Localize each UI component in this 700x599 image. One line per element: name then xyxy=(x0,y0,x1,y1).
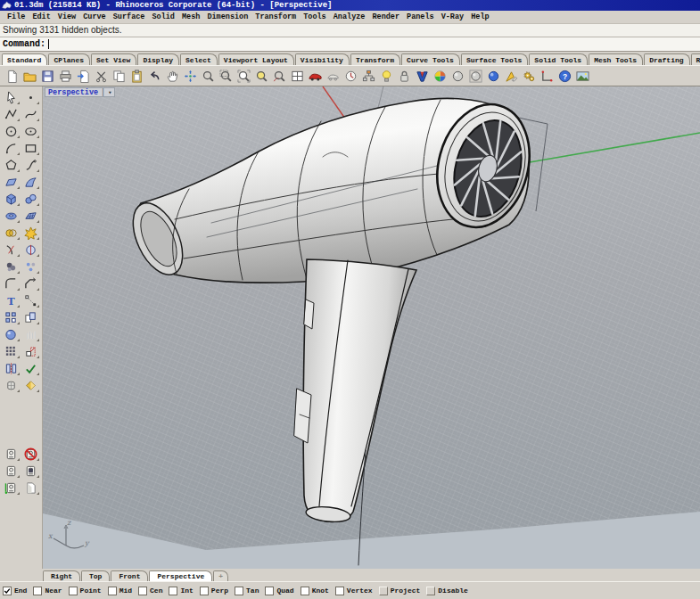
tool-move-icon[interactable] xyxy=(2,326,21,343)
menu-analyze[interactable]: Analyze xyxy=(330,11,369,23)
tool-hide-objects-icon[interactable] xyxy=(2,446,21,463)
display-shaded-icon[interactable] xyxy=(449,67,466,85)
tool-ellipse-icon[interactable] xyxy=(21,123,41,140)
menu-surface[interactable]: Surface xyxy=(110,11,149,23)
osnap-point[interactable]: Point xyxy=(69,587,102,595)
osnap-mid[interactable]: Mid xyxy=(108,587,132,595)
toolbar-tab-select[interactable]: Select xyxy=(180,53,218,65)
tool-circle-icon[interactable] xyxy=(2,123,21,140)
tool-conic-curve-icon[interactable] xyxy=(21,157,41,174)
viewport-tab-top[interactable]: Top xyxy=(81,570,110,581)
viewport-tab-perspective[interactable]: Perspective xyxy=(149,570,212,581)
tool-fillet-icon[interactable] xyxy=(2,275,21,292)
render-preview-icon[interactable] xyxy=(324,67,342,85)
tool-polyline-icon[interactable] xyxy=(2,106,21,123)
osnap-disable[interactable]: Disable xyxy=(426,587,468,595)
tool-grid-array-icon[interactable] xyxy=(2,343,21,360)
lights-icon[interactable] xyxy=(377,67,395,85)
toolbar-tab-cplanes[interactable]: CPlanes xyxy=(48,53,90,65)
tool-split-icon[interactable] xyxy=(21,242,41,258)
display-rendered-icon[interactable] xyxy=(484,67,502,85)
menu-dimension[interactable]: Dimension xyxy=(203,11,251,23)
vray-options-icon[interactable] xyxy=(413,67,431,85)
tool-point-cloud-icon[interactable] xyxy=(21,258,41,275)
cut-icon[interactable] xyxy=(92,67,110,85)
command-line[interactable]: Command: xyxy=(0,37,700,52)
viewport-title-menu[interactable]: Perspective | ▾ xyxy=(45,87,115,97)
checkbox-point[interactable] xyxy=(69,587,78,595)
toolbar-tab-drafting[interactable]: Drafting xyxy=(644,53,689,65)
viewport-tab-front[interactable]: Front xyxy=(111,570,148,581)
undo-icon[interactable] xyxy=(145,67,163,85)
viewport-layout-icon[interactable] xyxy=(288,67,306,85)
rotate-view-icon[interactable] xyxy=(181,67,199,85)
new-viewport-tab[interactable]: + xyxy=(213,570,228,581)
menu-file[interactable]: File xyxy=(4,11,29,23)
osnap-tan[interactable]: Tan xyxy=(235,587,259,595)
tool-orient-icon[interactable] xyxy=(21,377,41,394)
tool-curve-icon[interactable] xyxy=(21,106,41,123)
toolbar-tab-standard[interactable]: Standard xyxy=(2,53,47,65)
checkbox-knot[interactable] xyxy=(301,587,309,595)
save-document-icon[interactable] xyxy=(38,67,56,85)
zoom-dynamic-icon[interactable] xyxy=(199,67,217,85)
menu-solid[interactable]: Solid xyxy=(148,11,178,23)
tool-hide-swap-icon[interactable] xyxy=(21,463,41,480)
tool-chamfer-icon[interactable] xyxy=(21,275,41,292)
osnap-knot[interactable]: Knot xyxy=(301,587,329,595)
toolbar-tab-surface-tools[interactable]: Surface Tools xyxy=(461,53,528,65)
checkbox-mid[interactable] xyxy=(108,587,117,595)
open-document-icon[interactable] xyxy=(21,67,38,85)
osnap-vertex[interactable]: Vertex xyxy=(335,587,373,595)
checkbox-near[interactable] xyxy=(33,587,42,595)
checkbox-quad[interactable] xyxy=(265,587,274,595)
tool-arc-icon[interactable] xyxy=(2,140,21,157)
tool-mirror-icon[interactable] xyxy=(2,360,21,377)
toolbar-tab-mesh-tools[interactable]: Mesh Tools xyxy=(589,53,643,65)
toolbar-tab-display[interactable]: Display xyxy=(137,53,179,65)
checkbox-cen[interactable] xyxy=(138,587,147,595)
osnap-int[interactable]: Int xyxy=(169,587,193,595)
checkbox-perp[interactable] xyxy=(200,587,209,595)
options-icon[interactable] xyxy=(520,67,538,85)
tool-select-icon[interactable] xyxy=(2,89,21,106)
toolbar-tab-viewport-layout[interactable]: Viewport Layout xyxy=(218,53,294,65)
new-document-icon[interactable] xyxy=(3,67,21,85)
lock-objects-icon[interactable] xyxy=(395,67,413,85)
zoom-selected-icon[interactable] xyxy=(235,67,252,85)
tool-text-icon[interactable]: T xyxy=(2,292,21,309)
viewport-canvas[interactable]: Perspective | ▾ xyxy=(43,86,700,569)
tool-torus-icon[interactable] xyxy=(2,208,21,225)
menu-help[interactable]: Help xyxy=(467,11,492,23)
tool-copy-icon[interactable] xyxy=(21,309,41,326)
tool-cage-edit-icon[interactable] xyxy=(2,377,21,394)
menu-edit[interactable]: Edit xyxy=(29,11,54,23)
osnap-cen[interactable]: Cen xyxy=(138,587,162,595)
tool-box-icon[interactable] xyxy=(2,191,21,208)
material-editor-icon[interactable] xyxy=(502,67,520,85)
tool-explode-icon[interactable] xyxy=(21,225,41,242)
menu-transform[interactable]: Transform xyxy=(251,11,300,23)
tool-blend-icon[interactable] xyxy=(2,258,21,275)
menu-panels[interactable]: Panels xyxy=(403,11,438,23)
menu-tools[interactable]: Tools xyxy=(300,11,330,23)
render-icon[interactable] xyxy=(306,67,324,85)
print-icon[interactable] xyxy=(56,67,74,85)
display-ghosted-icon[interactable] xyxy=(466,67,484,85)
copy-icon[interactable] xyxy=(110,67,128,85)
toolbar-tab-curve-tools[interactable]: Curve Tools xyxy=(401,53,460,65)
tool-isolate-objects-icon[interactable] xyxy=(2,463,21,480)
block-manager-icon[interactable] xyxy=(359,67,377,85)
named-views-icon[interactable] xyxy=(342,67,359,85)
tool-isocurves-icon[interactable] xyxy=(21,326,41,343)
toolbar-tab-visibility[interactable]: Visibility xyxy=(295,53,350,65)
checkbox-vertex[interactable] xyxy=(335,587,344,595)
tool-control-points-icon[interactable] xyxy=(21,292,41,309)
toolbar-tab-transform[interactable]: Transform xyxy=(350,53,400,65)
checkbox-int[interactable] xyxy=(169,587,177,595)
tool-scale-icon[interactable] xyxy=(21,343,41,360)
menu-v-ray[interactable]: V-Ray xyxy=(438,11,468,23)
tool-show-objects-icon[interactable] xyxy=(21,446,41,463)
toolbar-tab-solid-tools[interactable]: Solid Tools xyxy=(529,53,588,65)
disable-toggle[interactable] xyxy=(426,587,435,595)
